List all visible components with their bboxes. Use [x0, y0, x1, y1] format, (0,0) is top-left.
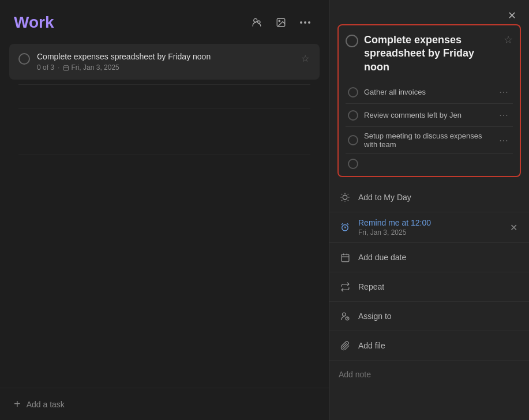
svg-line-14 [342, 194, 342, 194]
remind-row[interactable]: Remind me at 12:00 Fri, Jan 3, 2025 ✕ [329, 212, 529, 243]
task-complete-btn[interactable] [18, 53, 30, 65]
add-file-row[interactable]: Add file [329, 331, 529, 361]
svg-line-19 [348, 194, 348, 194]
add-note-label: Add note [339, 370, 371, 379]
task-detail-title: Complete expenses spreadsheet by Friday … [364, 33, 498, 74]
left-panel: Work Complete expenses [0, 0, 329, 420]
add-to-my-day-label: Add to My Day [358, 193, 520, 202]
svg-line-18 [342, 200, 342, 201]
remind-title: Remind me at 12:00 [358, 218, 501, 227]
add-task-bar[interactable]: + Add a task [0, 388, 329, 420]
repeat-row[interactable]: Repeat [329, 272, 529, 302]
subtask-label-3: Setup meeting to discuss expenses with t… [364, 132, 491, 149]
subtask-more-btn-3[interactable]: ⋯ [497, 134, 511, 147]
remind-content: Remind me at 12:00 Fri, Jan 3, 2025 [358, 218, 501, 237]
task-detail-complete-btn[interactable] [346, 35, 358, 47]
subtask-more-btn-1[interactable]: ⋯ [497, 85, 511, 99]
subtask-circle-3[interactable] [348, 135, 358, 145]
paperclip-icon [339, 339, 351, 352]
plus-icon: + [14, 397, 21, 411]
separator [18, 84, 310, 85]
task-list: Complete expenses spreadsheet by Friday … [0, 38, 329, 388]
repeat-icon [339, 280, 351, 293]
new-subtask-row [346, 154, 513, 170]
separator [18, 155, 310, 155]
svg-point-0 [254, 18, 257, 22]
sun-icon [339, 191, 351, 204]
task-title: Complete expenses spreadsheet by Friday … [37, 52, 293, 61]
add-note-row[interactable]: Add note [329, 361, 529, 388]
subtask-item-3[interactable]: Setup meeting to discuss expenses with t… [346, 127, 513, 154]
repeat-label: Repeat [358, 282, 520, 291]
svg-line-22 [347, 223, 348, 224]
subtask-circle-1[interactable] [348, 87, 358, 97]
svg-line-15 [348, 200, 348, 201]
due-date: Fri, Jan 3, 2025 [63, 63, 119, 72]
add-to-my-day-row[interactable]: Add to My Day [329, 183, 529, 212]
more-options-btn[interactable] [295, 13, 315, 32]
header-actions [247, 13, 315, 32]
task-detail-header: Complete expenses spreadsheet by Friday … [346, 33, 513, 74]
star-task-btn[interactable]: ☆ [300, 52, 310, 65]
people-icon-btn[interactable] [247, 13, 267, 32]
task-meta: 0 of 3 · Fri, Jan 3, 2025 [37, 63, 293, 72]
subtask-circle-2[interactable] [348, 110, 358, 121]
remind-date: Fri, Jan 3, 2025 [358, 228, 501, 237]
image-icon-btn[interactable] [271, 13, 291, 32]
svg-point-3 [279, 20, 280, 21]
svg-point-11 [343, 195, 347, 200]
assign-icon [339, 310, 351, 322]
right-panel: ✕ Complete expenses spreadsheet by Frida… [329, 0, 529, 420]
add-due-date-row[interactable]: Add due date [329, 243, 529, 272]
svg-point-4 [300, 21, 302, 24]
add-file-label: Add file [358, 341, 520, 350]
close-panel-btn[interactable]: ✕ [504, 7, 520, 24]
task-item[interactable]: Complete expenses spreadsheet by Friday … [9, 44, 320, 80]
remind-close-btn[interactable]: ✕ [508, 221, 520, 234]
subtask-item-1[interactable]: Gather all invoices ⋯ [346, 81, 513, 104]
meta-separator: · [58, 63, 59, 72]
separator [18, 108, 310, 108]
new-subtask-input[interactable] [364, 160, 511, 168]
task-detail-box: Complete expenses spreadsheet by Friday … [337, 24, 521, 177]
left-header: Work [0, 0, 329, 38]
task-content: Complete expenses spreadsheet by Friday … [37, 52, 293, 72]
page-title: Work [14, 13, 54, 32]
assign-to-row[interactable]: Assign to [329, 302, 529, 331]
svg-point-5 [304, 21, 306, 24]
svg-point-1 [258, 21, 261, 24]
close-row: ✕ [329, 0, 529, 24]
assign-to-label: Assign to [358, 312, 520, 321]
svg-point-27 [342, 313, 346, 316]
subtask-label-1: Gather all invoices [364, 88, 491, 96]
subtask-count: 0 of 3 [37, 63, 54, 72]
add-task-label: Add a task [27, 400, 65, 409]
subtask-more-btn-2[interactable]: ⋯ [497, 108, 511, 122]
svg-point-6 [308, 21, 310, 24]
svg-rect-23 [342, 254, 349, 262]
calendar-icon [339, 251, 351, 264]
svg-line-21 [342, 223, 343, 224]
subtask-item-2[interactable]: Review comments left by Jen ⋯ [346, 104, 513, 127]
new-subtask-circle [348, 159, 358, 169]
alarm-icon [339, 221, 351, 234]
add-due-date-label: Add due date [358, 253, 520, 262]
star-detail-btn[interactable]: ☆ [504, 33, 513, 46]
subtask-label-2: Review comments left by Jen [364, 111, 491, 119]
svg-rect-7 [64, 65, 69, 70]
svg-point-30 [347, 318, 347, 318]
